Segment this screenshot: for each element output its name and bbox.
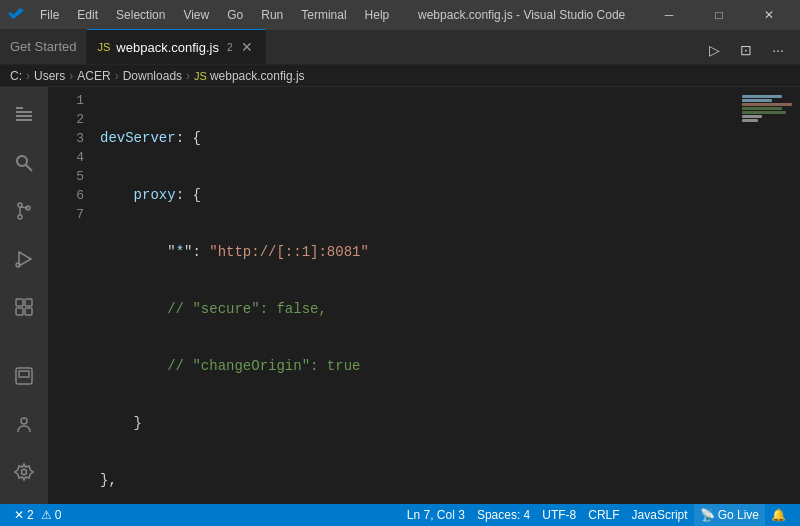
tab-get-started[interactable]: Get Started — [0, 29, 87, 64]
status-spaces[interactable]: Spaces: 4 — [471, 504, 536, 526]
tab-close-button[interactable]: ✕ — [239, 39, 255, 55]
svg-rect-0 — [16, 107, 23, 109]
split-editor-icon[interactable]: ⊡ — [732, 36, 760, 64]
minimize-button[interactable]: ─ — [646, 0, 692, 30]
menu-go[interactable]: Go — [219, 6, 251, 24]
breadcrumb-file-icon: JS — [194, 70, 207, 82]
line-num-4: 4 — [48, 148, 84, 167]
svg-point-19 — [21, 418, 27, 424]
status-bar: ✕ 2 ⚠ 0 Ln 7, Col 3 Spaces: 4 UTF-8 CRLF… — [0, 504, 800, 526]
vscode-icon — [8, 7, 24, 23]
activity-settings[interactable] — [0, 448, 48, 496]
menu-help[interactable]: Help — [357, 6, 398, 24]
activity-bar-bottom — [0, 352, 48, 504]
code-line-2: proxy: { — [100, 186, 740, 205]
svg-rect-1 — [16, 111, 32, 113]
tab-webpack-config[interactable]: JS webpack.config.js 2 ✕ — [87, 29, 265, 64]
breadcrumb-users[interactable]: Users — [34, 69, 65, 83]
tab-webpack-label: webpack.config.js — [116, 40, 219, 55]
menu-selection[interactable]: Selection — [108, 6, 173, 24]
line-num-2: 2 — [48, 110, 84, 129]
breadcrumb: C: › Users › ACER › Downloads › JS webpa… — [0, 65, 800, 87]
activity-extensions[interactable] — [0, 283, 48, 331]
code-line-6: } — [100, 414, 740, 433]
spaces-text: Spaces: 4 — [477, 508, 530, 522]
minimap-content — [742, 95, 796, 123]
file-icon: JS — [97, 41, 110, 53]
main-area: 1 2 3 4 5 6 7 devServer: { proxy: { "*":… — [0, 87, 800, 504]
more-actions-icon[interactable]: ··· — [764, 36, 792, 64]
warning-count: 0 — [55, 508, 62, 522]
svg-rect-15 — [16, 308, 23, 315]
code-line-3: "*": "http://[::1]:8081" — [100, 243, 740, 262]
line-num-3: 3 — [48, 129, 84, 148]
position-text: Ln 7, Col 3 — [407, 508, 465, 522]
svg-rect-13 — [16, 299, 23, 306]
title-bar-left: File Edit Selection View Go Run Terminal… — [8, 6, 397, 24]
status-line-ending[interactable]: CRLF — [582, 504, 625, 526]
breadcrumb-c[interactable]: C: — [10, 69, 22, 83]
title-bar-menus: File Edit Selection View Go Run Terminal… — [32, 6, 397, 24]
code-line-4: // "secure": false, — [100, 300, 740, 319]
activity-remote[interactable] — [0, 352, 48, 400]
menu-view[interactable]: View — [175, 6, 217, 24]
svg-point-6 — [18, 203, 22, 207]
menu-terminal[interactable]: Terminal — [293, 6, 354, 24]
svg-point-4 — [17, 156, 27, 166]
code-editor[interactable]: devServer: { proxy: { "*": "http://[::1]… — [96, 91, 740, 500]
line-num-1: 1 — [48, 91, 84, 110]
svg-point-20 — [22, 470, 27, 475]
title-bar-controls: ─ □ ✕ — [646, 0, 792, 30]
tab-get-started-label: Get Started — [10, 39, 76, 54]
status-encoding[interactable]: UTF-8 — [536, 504, 582, 526]
activity-search[interactable] — [0, 139, 48, 187]
status-feedback[interactable]: 🔔 — [765, 504, 792, 526]
line-num-5: 5 — [48, 167, 84, 186]
menu-run[interactable]: Run — [253, 6, 291, 24]
tab-number: 2 — [227, 42, 233, 53]
status-right: Ln 7, Col 3 Spaces: 4 UTF-8 CRLF JavaScr… — [401, 504, 792, 526]
toolbar-right: ▷ ⊡ ··· — [700, 36, 800, 64]
svg-rect-2 — [16, 115, 32, 117]
activity-bar — [0, 87, 48, 504]
activity-source-control[interactable] — [0, 187, 48, 235]
editor-area: 1 2 3 4 5 6 7 devServer: { proxy: { "*":… — [48, 87, 800, 504]
svg-point-7 — [18, 215, 22, 219]
line-num-6: 6 — [48, 186, 84, 205]
svg-marker-11 — [19, 252, 31, 266]
svg-rect-3 — [16, 119, 32, 121]
breadcrumb-filename: webpack.config.js — [210, 69, 305, 83]
error-count: 2 — [27, 508, 34, 522]
activity-explorer[interactable] — [0, 91, 48, 139]
svg-rect-18 — [19, 371, 29, 377]
activity-account[interactable] — [0, 400, 48, 448]
code-line-5: // "changeOrigin": true — [100, 357, 740, 376]
svg-line-5 — [26, 165, 32, 171]
run-icon[interactable]: ▷ — [700, 36, 728, 64]
tab-bar: Get Started JS webpack.config.js 2 ✕ ▷ ⊡… — [0, 30, 800, 65]
minimap — [740, 91, 800, 500]
bell-icon: 🔔 — [771, 508, 786, 522]
status-go-live[interactable]: 📡 Go Live — [694, 504, 765, 526]
encoding-text: UTF-8 — [542, 508, 576, 522]
error-icon: ✕ — [14, 508, 24, 522]
code-line-1: devServer: { — [100, 129, 740, 148]
close-button[interactable]: ✕ — [746, 0, 792, 30]
status-position[interactable]: Ln 7, Col 3 — [401, 504, 471, 526]
svg-rect-16 — [25, 308, 32, 315]
maximize-button[interactable]: □ — [696, 0, 742, 30]
activity-run-debug[interactable] — [0, 235, 48, 283]
status-language[interactable]: JavaScript — [626, 504, 694, 526]
svg-point-12 — [16, 263, 20, 267]
title-bar-title: webpack.config.js - Visual Studio Code — [397, 8, 646, 22]
line-ending-text: CRLF — [588, 508, 619, 522]
breadcrumb-file[interactable]: JS webpack.config.js — [194, 69, 305, 83]
code-line-7: }, — [100, 471, 740, 490]
status-errors[interactable]: ✕ 2 ⚠ 0 — [8, 504, 67, 526]
title-bar: File Edit Selection View Go Run Terminal… — [0, 0, 800, 30]
menu-edit[interactable]: Edit — [69, 6, 106, 24]
breadcrumb-downloads[interactable]: Downloads — [123, 69, 182, 83]
menu-file[interactable]: File — [32, 6, 67, 24]
breadcrumb-acer[interactable]: ACER — [77, 69, 110, 83]
code-container[interactable]: 1 2 3 4 5 6 7 devServer: { proxy: { "*":… — [48, 87, 800, 504]
